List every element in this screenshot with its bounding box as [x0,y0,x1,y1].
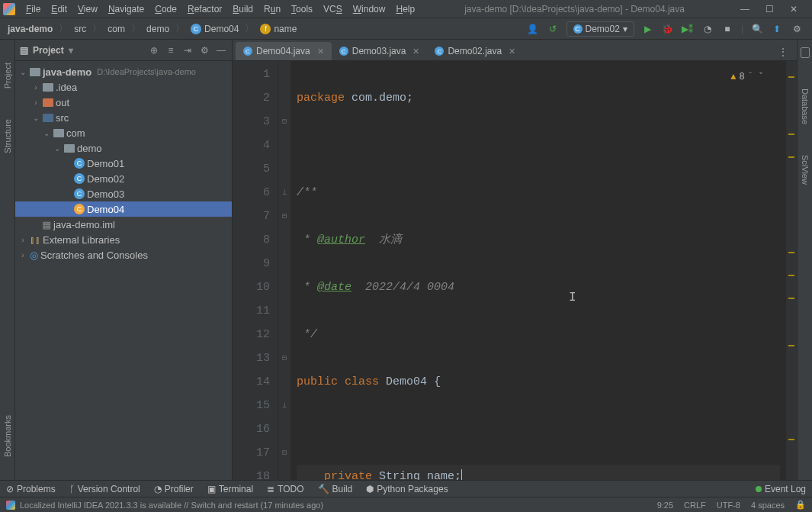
menu-build[interactable]: Build [228,2,258,16]
tree-demo[interactable]: demo [15,140,232,156]
stop-icon[interactable]: ■ [721,23,733,35]
maximize-button[interactable]: ☐ [760,3,778,15]
status-position[interactable]: 9:25 [657,501,673,510]
tool-python[interactable]: ⬢ Python Packages [366,484,448,494]
main-area: Project Structure Bookmarks ▤Project ▾ ⊕… [0,40,812,480]
editor-tabs: CDemo04.java✕ CDemo03.java✕ CDemo02.java… [233,40,797,61]
code-content[interactable]: package com.demo; /** * @author 水滴 * @da… [290,61,786,480]
left-tool-strip: Project Structure Bookmarks [0,40,15,480]
select-opened-icon[interactable]: ⊕ [148,45,160,56]
app-logo-icon [3,3,15,15]
crumb-src[interactable]: src [71,22,89,36]
tool-bookmarks[interactable]: Bookmarks [3,415,12,457]
status-indent[interactable]: 4 spaces [751,501,785,510]
panel-icon: ▤ [20,45,28,56]
run-icon[interactable]: ▶ [642,23,654,35]
tool-eventlog[interactable]: Event Log [756,484,806,494]
code-editor[interactable]: 123456789101112131415161718 ⊟⊥⊟⊟⊥⊟ packa… [233,61,797,480]
project-tree[interactable]: java-demoD:\IdeaProjects\java-demo .idea… [15,61,232,480]
menu-navigate[interactable]: Navigate [104,2,149,16]
close-button[interactable]: ✕ [785,3,803,15]
close-icon[interactable]: ✕ [412,47,419,56]
fold-gutter[interactable]: ⊟⊥⊟⊟⊥⊟ [278,61,290,480]
crumb-class[interactable]: CDemo04 [188,22,242,36]
close-icon[interactable]: ✕ [509,47,515,56]
tree-demo02[interactable]: CDemo02 [15,171,232,186]
intellij-icon [6,501,15,510]
sync-icon[interactable]: ↺ [547,23,559,35]
tree-com[interactable]: com [15,125,232,140]
tool-project[interactable]: Project [3,63,12,89]
menu-code[interactable]: Code [150,2,181,16]
tree-iml[interactable]: ▦java-demo.iml [15,217,232,232]
window-title: java-demo [D:\IdeaProjects\java-demo] - … [419,4,730,14]
status-message[interactable]: Localized IntelliJ IDEA 2021.3.3 is avai… [20,501,323,510]
tree-out[interactable]: out [15,95,232,110]
tool-todo[interactable]: ≣ TODO [267,484,303,494]
status-lock-icon[interactable]: 🔒 [795,500,806,510]
right-tool-strip: Database SciView [797,40,812,480]
tree-src[interactable]: src [15,110,232,125]
toolbar-icons: 👤 ↺ CDemo02 ▾ ▶ 🐞 ▶⁑ ◔ ■ | 🔍 ⬆ ⚙ [527,21,807,37]
expand-all-icon[interactable]: ≡ [165,45,177,56]
tree-demo03[interactable]: CDemo03 [15,186,232,201]
menu-bar: File Edit View Navigate Code Refactor Bu… [21,2,419,16]
menu-edit[interactable]: Edit [47,2,72,16]
search-icon[interactable]: 🔍 [751,23,763,35]
collapse-all-icon[interactable]: ⇥ [181,45,194,56]
add-user-icon[interactable]: 👤 [527,23,539,35]
crumb-project[interactable]: java-demo [5,22,56,36]
tool-profiler[interactable]: ◔ Profiler [154,484,194,494]
mouse-text-cursor: I [569,286,576,310]
tool-sciview[interactable]: SciView [801,155,810,185]
tab-demo02[interactable]: CDemo02.java✕ [427,42,523,60]
ide-settings-icon[interactable]: ⚙ [791,23,803,35]
menu-tools[interactable]: Tools [287,2,317,16]
tab-menu-icon[interactable]: ⋮ [772,43,794,60]
tree-scratches[interactable]: ◎Scratches and Consoles [15,247,232,262]
menu-refactor[interactable]: Refactor [183,2,226,16]
window-controls: — ☐ ✕ [730,3,809,15]
breadcrumb: java-demo〉 src〉 com〉 demo〉 CDemo04〉 fnam… [5,22,527,36]
crumb-demo[interactable]: demo [143,22,172,36]
tool-build[interactable]: 🔨 Build [318,484,353,494]
panel-title: Project [33,45,64,56]
menu-help[interactable]: Help [391,2,419,16]
tab-demo04[interactable]: CDemo04.java✕ [236,42,332,60]
debug-icon[interactable]: 🐞 [662,23,674,35]
tree-idea[interactable]: .idea [15,79,232,95]
gear-icon[interactable]: ⚙ [198,45,210,56]
menu-vcs[interactable]: VCS [319,2,347,16]
crumb-com[interactable]: com [104,22,128,36]
inspection-badge[interactable]: ▲8 ˆ ˅ [730,66,763,89]
tree-demo04[interactable]: CDemo04 [15,201,232,217]
status-encoding[interactable]: UTF-8 [717,501,740,510]
titlebar: File Edit View Navigate Code Refactor Bu… [0,0,812,18]
tool-terminal[interactable]: ▣ Terminal [207,484,253,494]
menu-run[interactable]: Run [259,2,285,16]
database-icon[interactable] [801,47,810,58]
crumb-field[interactable]: fname [257,22,300,36]
update-icon[interactable]: ⬆ [771,23,783,35]
error-stripe[interactable] [786,61,797,480]
run-config-selector[interactable]: CDemo02 ▾ [566,21,634,37]
tree-root[interactable]: java-demoD:\IdeaProjects\java-demo [15,64,232,79]
status-eol[interactable]: CRLF [684,501,706,510]
close-icon[interactable]: ✕ [317,47,324,56]
profile-icon[interactable]: ◔ [701,23,714,35]
menu-file[interactable]: File [21,2,45,16]
tool-problems[interactable]: ⊘ Problems [6,484,56,494]
project-panel-header: ▤Project ▾ ⊕ ≡ ⇥ ⚙ — [15,40,232,61]
menu-window[interactable]: Window [348,2,390,16]
tool-vcs[interactable]: ᚴ Version Control [69,484,140,494]
menu-view[interactable]: View [73,2,102,16]
minimize-button[interactable]: — [736,3,754,15]
tool-database[interactable]: Database [801,89,810,124]
tool-structure[interactable]: Structure [3,119,12,153]
coverage-icon[interactable]: ▶⁑ [682,23,694,35]
tab-demo03[interactable]: CDemo03.java✕ [332,42,428,60]
hide-panel-icon[interactable]: — [215,45,227,56]
text-caret [461,469,462,480]
tree-demo01[interactable]: CDemo01 [15,156,232,171]
tree-external[interactable]: ⫿⫿External Libraries [15,232,232,247]
